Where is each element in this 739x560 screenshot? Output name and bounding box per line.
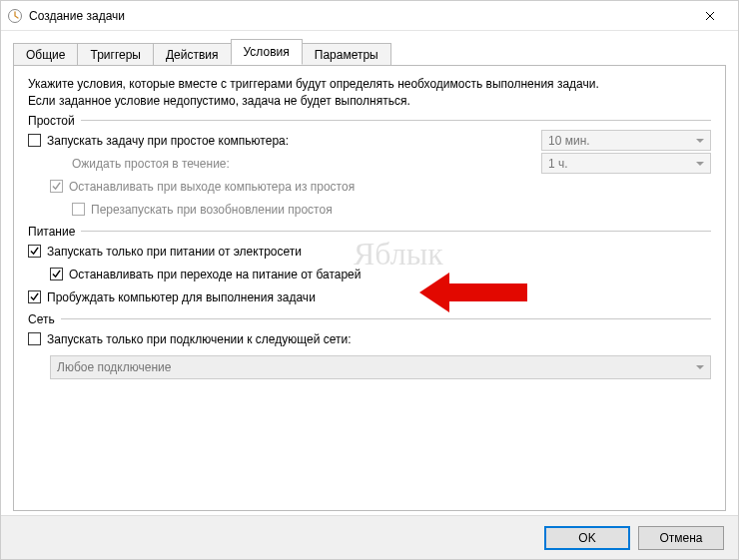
checkbox-stop-on-battery[interactable] xyxy=(50,268,63,280)
group-network-label: Сеть xyxy=(28,312,61,326)
task-scheduler-icon xyxy=(7,8,23,24)
label-only-if-network: Запускать только при подключении к следу… xyxy=(47,332,352,346)
divider xyxy=(81,120,711,121)
row-stop-on-battery: Останавливать при переходе на питание от… xyxy=(28,264,711,285)
checkbox-only-if-network[interactable] xyxy=(28,332,41,345)
group-idle-header: Простой xyxy=(28,114,711,128)
titlebar: Создание задачи xyxy=(1,1,738,31)
content-area: Общие Триггеры Действия Условия Параметр… xyxy=(1,31,738,515)
label-restart-on-idle: Перезапускать при возобновлении простоя xyxy=(91,203,333,217)
ok-button-label: OK xyxy=(578,531,595,545)
group-power-header: Питание xyxy=(28,225,711,239)
cancel-button[interactable]: Отмена xyxy=(638,526,724,550)
tab-actions[interactable]: Действия xyxy=(153,43,232,66)
tab-triggers[interactable]: Триггеры xyxy=(77,43,154,66)
intro-text: Укажите условия, которые вместе с тригге… xyxy=(28,76,711,110)
intro-line1: Укажите условия, которые вместе с тригге… xyxy=(28,77,599,91)
combo-network-value: Любое подключение xyxy=(57,360,171,374)
row-wake-to-run: Пробуждать компьютер для выполнения зада… xyxy=(28,286,711,308)
create-task-window: Создание задачи Общие Триггеры Действия … xyxy=(0,0,739,560)
combo-idle-duration[interactable]: 10 мин. xyxy=(541,130,711,151)
checkbox-start-on-idle[interactable] xyxy=(28,134,41,147)
combo-idle-wait[interactable]: 1 ч. xyxy=(541,153,711,174)
group-power-label: Питание xyxy=(28,225,81,239)
row-restart-on-idle: Перезапускать при возобновлении простоя xyxy=(28,199,711,221)
row-on-ac: Запускать только при питании от электрос… xyxy=(28,241,711,263)
label-start-on-idle: Запускать задачу при простое компьютера: xyxy=(47,134,289,148)
ok-button[interactable]: OK xyxy=(544,526,630,550)
checkbox-restart-on-idle[interactable] xyxy=(72,203,85,216)
close-button[interactable] xyxy=(688,2,732,30)
combo-network[interactable]: Любое подключение xyxy=(50,355,711,379)
row-start-on-idle: Запускать задачу при простое компьютера:… xyxy=(28,130,711,152)
divider xyxy=(81,231,711,232)
window-title: Создание задачи xyxy=(29,9,688,23)
tab-conditions[interactable]: Условия xyxy=(231,39,303,65)
label-stop-on-idle-end: Останавливать при выходе компьютера из п… xyxy=(69,180,355,194)
combo-idle-duration-value: 10 мин. xyxy=(548,134,590,148)
label-on-ac: Запускать только при питании от электрос… xyxy=(47,245,302,259)
tab-settings[interactable]: Параметры xyxy=(302,43,391,66)
intro-line2: Если заданное условие недопустимо, задач… xyxy=(28,94,410,108)
combo-idle-wait-value: 1 ч. xyxy=(548,157,568,171)
group-idle-label: Простой xyxy=(28,114,81,128)
checkbox-on-ac[interactable] xyxy=(28,245,41,258)
label-wake-to-run: Пробуждать компьютер для выполнения зада… xyxy=(47,290,316,304)
chevron-down-icon xyxy=(696,139,704,143)
chevron-down-icon xyxy=(696,162,704,166)
row-stop-on-idle-end: Останавливать при выходе компьютера из п… xyxy=(28,176,711,198)
conditions-panel: Укажите условия, которые вместе с тригге… xyxy=(13,65,726,511)
row-network-combo: Любое подключение xyxy=(28,351,711,379)
tab-general[interactable]: Общие xyxy=(13,43,78,66)
dialog-footer: OK Отмена xyxy=(1,515,738,559)
label-stop-on-battery: Останавливать при переходе на питание от… xyxy=(69,268,362,281)
label-wait-for-idle: Ожидать простоя в течение: xyxy=(72,157,230,171)
checkbox-stop-on-idle-end[interactable] xyxy=(50,180,63,193)
group-network-header: Сеть xyxy=(28,312,711,326)
checkbox-wake-to-run[interactable] xyxy=(28,290,41,303)
cancel-button-label: Отмена xyxy=(659,531,702,545)
row-wait-for-idle: Ожидать простоя в течение: 1 ч. xyxy=(28,153,711,175)
row-only-if-network: Запускать только при подключении к следу… xyxy=(28,328,711,350)
tab-strip: Общие Триггеры Действия Условия Параметр… xyxy=(13,39,726,65)
divider xyxy=(61,318,711,319)
chevron-down-icon xyxy=(696,365,704,369)
